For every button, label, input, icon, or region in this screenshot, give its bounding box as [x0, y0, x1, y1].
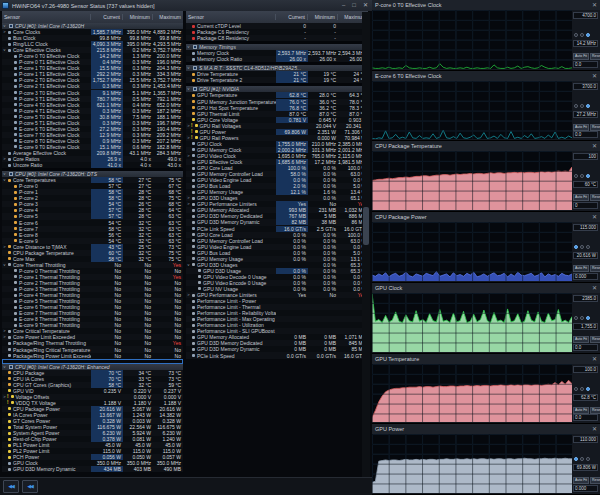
- auto-fit-button[interactable]: Auto Fit: [573, 194, 589, 201]
- reset-button[interactable]: Reset: [590, 124, 600, 131]
- close-button[interactable]: ✕: [363, 0, 368, 11]
- color-dot-3[interactable]: [586, 387, 590, 391]
- color-dot-1[interactable]: [574, 174, 578, 178]
- close-icon[interactable]: ✕: [592, 71, 597, 81]
- checkbox-icon[interactable]: [193, 45, 197, 49]
- reset-button[interactable]: Reset: [590, 53, 600, 60]
- scale-min-value[interactable]: 0.0: [573, 344, 598, 351]
- color-dot-3[interactable]: [586, 316, 590, 320]
- reset-button[interactable]: Reset: [590, 407, 600, 414]
- graph-title-bar[interactable]: CPU Package Power✕: [372, 212, 600, 222]
- sensor-row[interactable]: PCIe Link Speed0.0 GT/s0.0 GT/s16.0 GT/s: [186, 352, 368, 358]
- color-dot-1[interactable]: [574, 457, 578, 461]
- reset-button[interactable]: Reset: [590, 265, 600, 272]
- color-dot-3[interactable]: [586, 33, 590, 37]
- auto-fit-button[interactable]: Auto Fit: [573, 477, 589, 484]
- scale-max-value[interactable]: 4700.0: [573, 12, 598, 19]
- color-dot-3[interactable]: [586, 104, 590, 108]
- color-dot-3[interactable]: [586, 457, 590, 461]
- column-header-minimum[interactable]: Minimum: [308, 14, 338, 20]
- ld-icon: [192, 239, 195, 242]
- scale-max-value[interactable]: 2385.0: [573, 295, 598, 302]
- scale-min-value[interactable]: 0.0: [573, 131, 598, 138]
- scale-min-value[interactable]: 0.000: [573, 273, 598, 280]
- vertical-scrollbar[interactable]: [362, 12, 370, 478]
- graph-buttons: Auto FitReset: [573, 194, 600, 201]
- close-icon[interactable]: ✕: [592, 212, 597, 222]
- color-dot-1[interactable]: [574, 316, 578, 320]
- sensor-window: HWiNFO64 v7.26-4980 Sensor Status [737 v…: [0, 0, 372, 495]
- scale-max-value[interactable]: 100: [573, 153, 598, 160]
- graph-title-bar[interactable]: GPU Clock✕: [372, 283, 600, 293]
- checkbox-icon[interactable]: [9, 172, 13, 176]
- color-dot-2[interactable]: [580, 316, 584, 320]
- scale-min-value[interactable]: 0.0: [573, 61, 598, 68]
- ld-icon: [192, 197, 195, 200]
- close-icon[interactable]: ✕: [592, 424, 597, 434]
- auto-fit-button[interactable]: Auto Fit: [573, 336, 589, 343]
- scale-max-value[interactable]: 100.0: [573, 366, 598, 373]
- scale-max-value[interactable]: 110.000: [573, 436, 598, 443]
- close-icon[interactable]: ✕: [592, 283, 597, 293]
- color-dot-1[interactable]: [574, 245, 578, 249]
- graph-title-bar[interactable]: GPU Temperature✕: [372, 354, 600, 364]
- graph-title-bar[interactable]: E-core 6 T0 Effective Clock✕: [372, 71, 600, 81]
- sensor-row[interactable]: Uncore Ratio41.0 x4.0 x43.0 x: [2, 162, 183, 168]
- color-dot-3[interactable]: [586, 245, 590, 249]
- clk-icon: [14, 91, 17, 94]
- auto-fit-button[interactable]: Auto Fit: [573, 124, 589, 131]
- graph-title-bar[interactable]: P-core 0 T0 Effective Clock✕: [372, 0, 600, 10]
- color-dot-1[interactable]: [574, 104, 578, 108]
- column-header-current[interactable]: Current: [276, 14, 308, 20]
- checkbox-icon[interactable]: [9, 365, 13, 369]
- auto-fit-button[interactable]: Auto Fit: [573, 407, 589, 414]
- color-dot-2[interactable]: [580, 245, 584, 249]
- scrollbar-thumb[interactable]: [363, 207, 369, 245]
- window-titlebar[interactable]: HWiNFO64 v7.26-4980 Sensor Status [737 v…: [0, 0, 372, 11]
- color-dot-2[interactable]: [580, 104, 584, 108]
- color-dot-2[interactable]: [580, 457, 584, 461]
- column-header-maximum[interactable]: Maximum: [153, 14, 183, 20]
- color-dot-1[interactable]: [574, 387, 578, 391]
- column-header-sensor[interactable]: Sensor: [2, 14, 91, 20]
- sensor-row[interactable]: GPU D3D Memory Dynamic434 MB403 MB490 MB: [2, 466, 183, 472]
- graph-title-bar[interactable]: CPU Package Temperature✕: [372, 141, 600, 151]
- color-dot-2[interactable]: [580, 33, 584, 37]
- auto-fit-button[interactable]: Auto Fit: [573, 265, 589, 272]
- ld-icon: [8, 348, 11, 351]
- close-icon[interactable]: ✕: [592, 141, 597, 151]
- sensor-row[interactable]: Memory Clock Ratio26.00 x26.00 x26.00 x: [186, 56, 368, 62]
- checkbox-icon[interactable]: [193, 87, 197, 91]
- sensor-row[interactable]: Package C8 Residency---: [186, 35, 368, 41]
- color-dot-2[interactable]: [580, 174, 584, 178]
- reset-button[interactable]: Reset: [590, 477, 600, 484]
- sensor-row[interactable]: Drive Temperature 221 °C19 °C24 °C: [186, 77, 368, 83]
- minimize-button[interactable]: –: [342, 0, 345, 11]
- scale-min-value[interactable]: 0.0: [573, 414, 598, 421]
- sensor-label-cell: Package/Ring Power Limit Exceeded: [2, 353, 91, 359]
- color-dot-2[interactable]: [580, 387, 584, 391]
- color-dot-1[interactable]: [574, 33, 578, 37]
- scale-min-value[interactable]: 0: [573, 202, 598, 209]
- history-back-button-1[interactable]: ◀◀: [3, 480, 19, 493]
- sensor-row[interactable]: Package/Ring Power Limit ExceededNoNoNo: [2, 353, 183, 359]
- column-header-current[interactable]: Current: [91, 14, 123, 20]
- graph-title-bar[interactable]: GPU Power✕: [372, 424, 600, 434]
- tmp-icon: [14, 227, 17, 230]
- scale-max-value[interactable]: 115.000: [573, 224, 598, 231]
- ld-icon: [198, 287, 201, 290]
- color-dot-3[interactable]: [586, 174, 590, 178]
- close-icon[interactable]: ✕: [592, 354, 597, 364]
- maximize-button[interactable]: □: [352, 0, 356, 11]
- checkbox-icon[interactable]: [193, 66, 197, 70]
- reset-button[interactable]: Reset: [590, 336, 600, 343]
- scale-max-value[interactable]: 3700.0: [573, 83, 598, 90]
- column-header-minimum[interactable]: Minimum: [123, 14, 153, 20]
- scale-min-value[interactable]: 0.000: [573, 485, 598, 492]
- history-back-button-2[interactable]: ◀◀: [22, 480, 38, 493]
- close-icon[interactable]: ✕: [592, 0, 597, 10]
- reset-button[interactable]: Reset: [590, 194, 600, 201]
- column-header-sensor[interactable]: Sensor: [186, 14, 276, 20]
- checkbox-icon[interactable]: [9, 24, 13, 28]
- auto-fit-button[interactable]: Auto Fit: [573, 53, 589, 60]
